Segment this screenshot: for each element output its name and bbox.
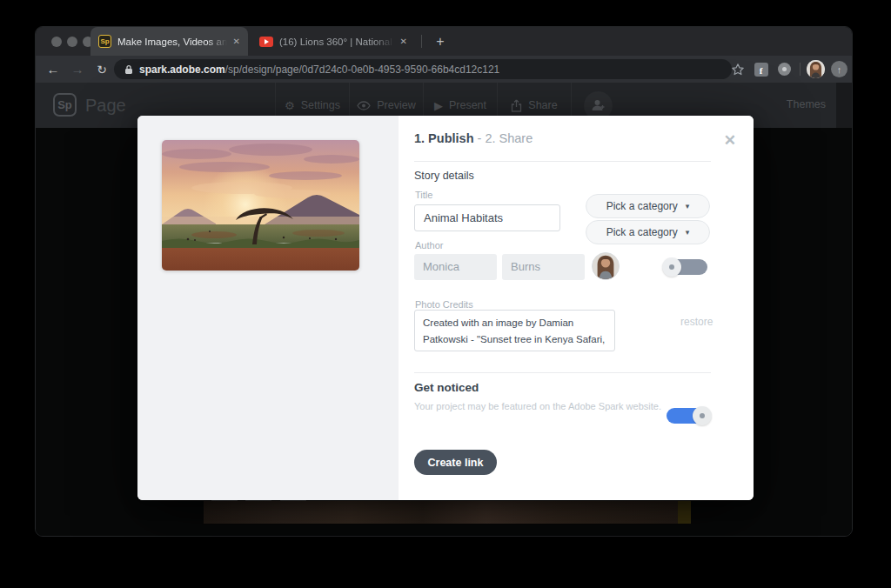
create-link-button[interactable]: Create link: [414, 450, 497, 475]
address-bar[interactable]: spark.adobe.com/sp/design/page/0d7d24c0-…: [114, 59, 732, 79]
themes-button[interactable]: Themes: [787, 98, 826, 110]
extension-icon[interactable]: [775, 60, 794, 78]
tab-strip: Sp Make Images, Videos and Web S ✕ (16) …: [36, 27, 852, 56]
bookmark-star-icon[interactable]: [728, 60, 747, 78]
url-domain: spark.adobe.com: [139, 63, 225, 76]
divider: [414, 372, 711, 373]
get-noticed-heading: Get noticed: [414, 381, 479, 394]
youtube-favicon: [259, 37, 273, 47]
close-icon[interactable]: ✕: [724, 131, 736, 150]
spark-logo[interactable]: Sp: [53, 93, 77, 117]
divider: [414, 161, 711, 162]
category-dropdown-2[interactable]: Pick a category ▾: [586, 220, 710, 244]
step-share[interactable]: - 2. Share: [478, 131, 533, 145]
category-dropdown-1[interactable]: Pick a category ▾: [586, 194, 710, 218]
story-thumbnail-image: [162, 140, 359, 271]
url-path: /sp/design/page/0d7d24c0-0e0b-4953-9590-…: [225, 63, 500, 76]
tab-close-icon[interactable]: ✕: [233, 37, 240, 46]
window-minimize-button[interactable]: [67, 37, 77, 47]
author-label: Author: [415, 240, 443, 251]
browser-profile-avatar[interactable]: [807, 60, 825, 78]
title-label: Title: [415, 190, 432, 200]
share-icon: [511, 99, 522, 112]
tab-youtube-lions[interactable]: (16) Lions 360° | National Geogr ✕: [251, 27, 415, 56]
gear-icon: ⚙: [285, 99, 295, 112]
get-noticed-description: Your project may be featured on the Adob…: [414, 401, 661, 411]
page-photo-strip-accent: [678, 501, 691, 524]
forward-icon[interactable]: →: [66, 56, 89, 83]
play-icon: ▶: [434, 99, 443, 112]
step-publish: 1. Publish: [414, 131, 474, 145]
browser-menu-badge-icon[interactable]: ↑: [830, 60, 848, 78]
window-close-button[interactable]: [51, 37, 62, 47]
tab-close-icon[interactable]: ✕: [400, 37, 407, 46]
facebook-extension-icon[interactable]: f: [752, 60, 770, 78]
publish-modal: 1. Publish - 2. Share ✕ Story details Ti…: [137, 116, 754, 500]
photo-credits-label: Photo Credits: [415, 299, 473, 310]
tab-separator: [421, 35, 422, 48]
photo-credits-textarea[interactable]: Created with an image by Damian Patkowsk…: [414, 310, 615, 351]
new-tab-button[interactable]: +: [429, 30, 452, 53]
page-photo-strip: [204, 501, 691, 524]
modal-preview-pane: [137, 116, 399, 500]
author-visibility-toggle[interactable]: [662, 257, 707, 277]
toolbar-separator: [800, 63, 801, 76]
tab-adobe-spark[interactable]: Sp Make Images, Videos and Web S ✕: [90, 27, 248, 56]
spark-favicon: Sp: [98, 35, 111, 48]
get-noticed-toggle[interactable]: [667, 406, 712, 425]
eye-icon: [357, 101, 371, 110]
desktop: Sp Make Images, Videos and Web S ✕ (16) …: [0, 0, 891, 588]
author-first-name-input[interactable]: Monica: [414, 254, 497, 280]
spark-app-name: Page: [85, 96, 126, 116]
lock-icon: [124, 64, 133, 75]
author-avatar[interactable]: [592, 252, 620, 280]
themes-panel-edge: [836, 83, 852, 128]
url-text: spark.adobe.com/sp/design/page/0d7d24c0-…: [139, 63, 499, 76]
chevron-down-icon: ▾: [686, 202, 690, 210]
tab-title: Make Images, Videos and Web S: [117, 37, 227, 47]
back-icon[interactable]: ←: [42, 56, 64, 83]
title-input[interactable]: Animal Habitats: [414, 204, 560, 231]
tab-title: (16) Lions 360° | National Geogr: [279, 37, 394, 47]
restore-link[interactable]: restore: [680, 316, 713, 328]
chevron-down-icon: ▾: [686, 228, 690, 237]
story-details-heading: Story details: [414, 170, 474, 182]
modal-form-pane: 1. Publish - 2. Share ✕ Story details Ti…: [399, 116, 754, 500]
author-last-name-input[interactable]: Burns: [502, 254, 585, 280]
modal-steps: 1. Publish - 2. Share: [414, 131, 533, 145]
reload-icon[interactable]: ↻: [90, 56, 113, 83]
browser-toolbar: ← → ↻ spark.adobe.com/sp/design/page/0d7…: [36, 56, 852, 83]
